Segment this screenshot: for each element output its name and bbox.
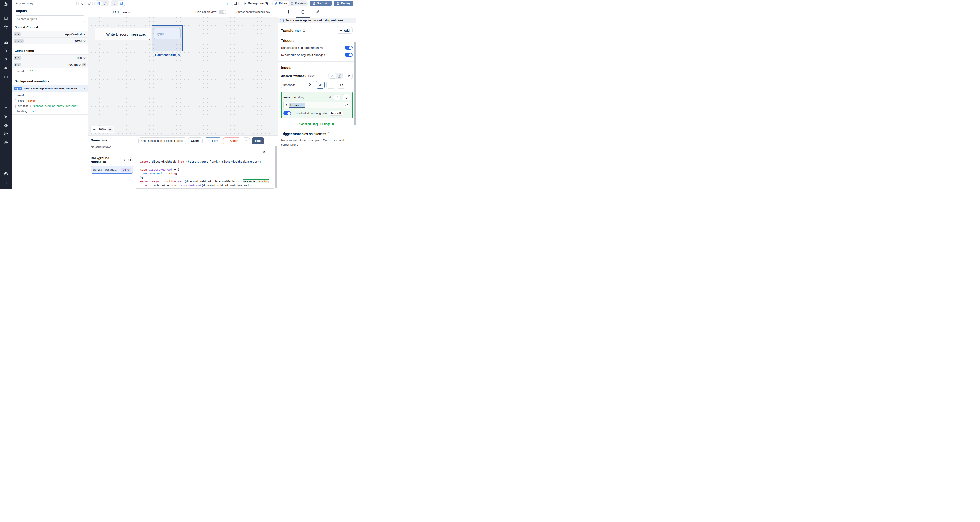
preview-tab[interactable]: Preview (289, 1, 307, 6)
help-icon[interactable] (0, 170, 12, 178)
expand-editor-icon[interactable] (344, 103, 349, 108)
bg0-result-key: result (17, 94, 26, 97)
code-editor[interactable]: import discordwebhook from "https://deno… (136, 146, 278, 189)
windmill-logo-icon[interactable] (3, 2, 9, 7)
tab-styling[interactable] (310, 7, 325, 18)
folders-icon[interactable] (0, 130, 12, 138)
info-icon (327, 132, 331, 135)
pointer-hand-icon (17, 56, 20, 59)
draft-label: Draft (317, 2, 323, 5)
text-input-component[interactable] (154, 28, 181, 39)
tab-component-settings[interactable] (296, 7, 310, 18)
reeval-toggle[interactable] (283, 111, 291, 115)
resize-handle[interactable] (177, 36, 179, 37)
clear-button[interactable]: Clear (223, 137, 240, 144)
home-icon[interactable] (0, 38, 12, 46)
editor-tab[interactable]: Editor (273, 1, 289, 6)
cache-button[interactable]: Cache (188, 137, 202, 144)
variables-icon[interactable] (0, 55, 12, 64)
selected-component-b[interactable] (151, 25, 183, 51)
app-summary-input[interactable] (14, 1, 77, 6)
hide-bar-toggle[interactable] (219, 10, 226, 14)
mobile-view-button[interactable] (111, 1, 118, 6)
bg0-output-row[interactable]: bg_0 Send a message to discord using web… (12, 85, 88, 92)
message-expression-editor[interactable]: 1 b.result (283, 102, 350, 108)
workspace-icon[interactable] (0, 14, 12, 23)
bg0-runnable-item[interactable]: Send a message... bg_0 (91, 166, 133, 173)
center-layout-button[interactable] (95, 1, 102, 6)
add-resource-button[interactable] (326, 81, 335, 89)
eval-input-mode-button[interactable]: f (336, 73, 342, 78)
add-transformer-button[interactable]: Add (337, 27, 353, 33)
workers-robot-icon[interactable] (0, 121, 12, 130)
deploy-button[interactable]: Deploy (334, 1, 353, 6)
ctx-badge: ctx (14, 32, 21, 36)
run-button[interactable]: Run (252, 137, 264, 144)
more-options-menu[interactable]: ⋮ (224, 2, 230, 5)
user-icon[interactable] (0, 104, 12, 113)
zoom-in-button[interactable]: + (107, 127, 113, 132)
info-icon (320, 46, 323, 49)
refresh-count-box[interactable]: 1 (111, 9, 121, 16)
connect-plug-button[interactable] (342, 94, 350, 100)
docs-book-button[interactable] (232, 1, 239, 6)
script-name-input[interactable] (138, 137, 186, 144)
draft-save-button[interactable]: Draft ⌘S (310, 1, 332, 6)
tab-insert-component[interactable] (281, 7, 296, 18)
favorites-star-icon[interactable] (0, 23, 12, 31)
text-component[interactable]: Write Discord message: (95, 28, 151, 40)
state-context-title: State & Context (14, 25, 85, 29)
audit-eye-icon[interactable] (0, 138, 12, 147)
fork-icon (208, 139, 211, 142)
message-expression[interactable]: b.result (290, 103, 305, 107)
component-row-b[interactable]: b Text Input (12, 61, 88, 68)
resize-handle[interactable] (149, 38, 150, 40)
windmill-app-editor: ⋮ Debug runs (3) Editor Preview (0, 0, 356, 189)
fullscreen-layout-button[interactable] (102, 1, 108, 6)
schedules-icon[interactable] (0, 72, 12, 81)
run-on-start-toggle[interactable] (345, 46, 353, 50)
editor-horizontal-scrollbar[interactable] (136, 188, 275, 189)
selected-component-label: Component b (145, 53, 190, 57)
output-row-state[interactable]: state State (12, 38, 88, 45)
debug-runs-button[interactable]: Debug runs (3) (241, 1, 270, 6)
eval-input-mode-button[interactable]: f (334, 95, 340, 100)
runs-icon[interactable] (0, 46, 12, 55)
reeval-target-pill[interactable]: b.result (329, 111, 343, 116)
resource-picker[interactable]: u/henri/te... (281, 81, 314, 89)
component-row-a[interactable]: a Text (12, 54, 88, 61)
fork-button[interactable]: Fork (205, 137, 221, 144)
connect-plug-button[interactable] (345, 73, 353, 79)
static-input-mode-button[interactable] (327, 95, 334, 100)
bg0-result-row[interactable]: result:- (12, 92, 88, 98)
refresh-resource-button[interactable] (337, 81, 345, 89)
schedule-mode-select[interactable]: once (123, 10, 135, 14)
collapse-rail-icon[interactable] (0, 178, 12, 187)
resources-icon[interactable] (0, 64, 12, 72)
panel-scrollbar[interactable] (354, 42, 356, 124)
undo-button[interactable] (78, 1, 85, 6)
settings-gear-icon[interactable] (0, 113, 12, 121)
bg0-message-value: "Cannot send an empty message" (33, 105, 78, 108)
zoom-out-button[interactable]: − (91, 127, 97, 132)
editor-refresh-button[interactable] (242, 137, 250, 144)
recompute-toggle[interactable] (345, 53, 353, 57)
clear-resource-icon[interactable] (309, 83, 312, 87)
bg0-result-value[interactable]: - (30, 94, 34, 97)
edit-resource-button[interactable] (316, 81, 325, 89)
bg0-message-key: message (18, 105, 29, 108)
app-canvas[interactable]: Write Discord message: Component b − 100… (88, 18, 278, 135)
add-runnable-button[interactable] (129, 158, 133, 162)
component-rows: a Text b Text Input result:"" (12, 54, 88, 75)
run-on-start-label: Run on start and app refresh (281, 46, 319, 49)
static-input-mode-button[interactable] (329, 73, 336, 78)
redo-button[interactable] (86, 1, 92, 6)
editor-vertical-scrollbar[interactable] (275, 146, 277, 188)
search-outputs-input[interactable] (14, 16, 85, 22)
chevron-down-icon (83, 40, 86, 43)
b-result-row[interactable]: result:"" (12, 68, 88, 75)
copy-code-icon[interactable] (262, 150, 266, 155)
output-row-ctx[interactable]: ctx App Context (12, 31, 88, 38)
desktop-view-button[interactable] (118, 1, 125, 6)
runnables-title: Runnables (91, 138, 133, 142)
